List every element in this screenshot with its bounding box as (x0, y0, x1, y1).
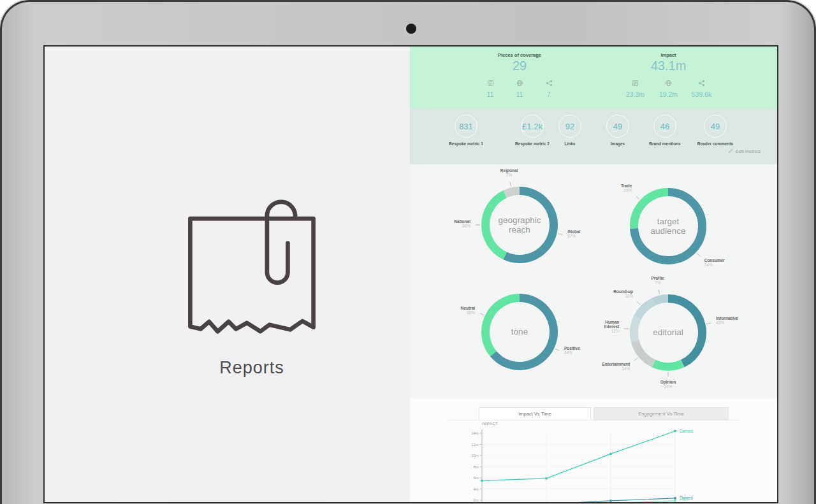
page: Reports Pieces of coverage 29 11117 Impa… (0, 0, 816, 504)
articles-icon (632, 78, 639, 89)
globe-icon (516, 78, 523, 89)
reports-panel: Reports (45, 47, 410, 502)
svg-text:Earned: Earned (680, 429, 693, 433)
svg-text:editorial: editorial (653, 328, 683, 337)
svg-text:Regional7%: Regional7% (500, 168, 518, 177)
metrics-strip: 831Bespoke metric 1£1.2kBespoke metric 2… (410, 108, 777, 164)
metric-value: £1.2k (521, 115, 544, 138)
svg-text:Neutral36%: Neutral36% (461, 306, 476, 315)
coverage-value: 29 (456, 59, 583, 73)
chart-tabs: Impact Vs Time Engagement Vs Time (479, 407, 729, 420)
metric-value: 92 (558, 115, 581, 138)
metric-value: 49 (606, 115, 629, 138)
time-chart-section: Impact Vs Time Engagement Vs Time 2m4m6m… (410, 398, 777, 502)
coverage-label: Pieces of coverage (456, 52, 583, 58)
svg-text:Informative43%: Informative43% (716, 316, 738, 325)
svg-text:geographicreach: geographicreach (499, 215, 541, 234)
editorial-chart: Informative43%Opinion14%Entertainment14%… (572, 275, 764, 390)
svg-text:12m: 12m (471, 443, 479, 447)
coverage-summary: Pieces of coverage 29 11117 (456, 52, 583, 98)
impact-label: Impact (600, 52, 737, 58)
metric-label: Reader comments (687, 141, 744, 146)
share-icon (546, 78, 553, 89)
laptop-frame: Reports Pieces of coverage 29 11117 Impa… (0, 0, 816, 504)
paperclip-note-icon (182, 182, 322, 346)
svg-text:Consumer74%: Consumer74% (704, 258, 725, 267)
metric-value: 49 (704, 115, 727, 138)
svg-text:Entertainment14%: Entertainment14% (602, 362, 630, 371)
impact-summary: Impact 43.1m 23.3m19.2m539.6k (600, 52, 737, 98)
svg-text:14m: 14m (471, 431, 479, 435)
breakdown-item: 19.2m (652, 78, 685, 98)
webcam (406, 24, 416, 34)
articles-icon (487, 78, 494, 89)
svg-text:Opinion14%: Opinion14% (660, 380, 676, 389)
breakdown-item: 23.3m (619, 78, 652, 98)
breakdown-value: 23.3m (619, 90, 652, 98)
breakdown-value: 11 (505, 90, 534, 98)
svg-text:Round-up11%: Round-up11% (613, 289, 633, 298)
breakdown-item: 539.6k (685, 78, 718, 98)
svg-text:Profile7%: Profile7% (651, 276, 664, 285)
svg-text:targetaudience: targetaudience (651, 217, 686, 236)
svg-text:HumanInterest11%: HumanInterest11% (604, 320, 620, 333)
svg-text:Trade26%: Trade26% (621, 184, 632, 192)
page-title: Reports (118, 358, 386, 378)
breakdown-value: 19.2m (652, 90, 685, 98)
metric-value: 46 (653, 115, 676, 138)
tab-engagement-vs-time[interactable]: Engagement Vs Time (594, 407, 729, 420)
breakdown-value: 539.6k (685, 90, 718, 98)
impact-vs-time-chart: 2m4m6m8m10m12m14mIMPACTEarnedOwnedPaid (410, 421, 777, 502)
breakdown-value: 11 (476, 90, 505, 98)
target-audience-chart: Consumer74%Trade26%targetaudience (572, 169, 764, 284)
svg-text:IMPACT: IMPACT (482, 422, 498, 426)
breakdown-item: 11 (476, 78, 505, 98)
metric-item: 831Bespoke metric 1 (437, 115, 495, 146)
screen: Reports Pieces of coverage 29 11117 Impa… (43, 45, 778, 503)
svg-text:2m: 2m (474, 498, 479, 502)
chart-card-divider (447, 420, 740, 421)
dashboard: Pieces of coverage 29 11117 Impact 43.1m… (410, 47, 777, 502)
share-icon (698, 78, 705, 89)
globe-icon (665, 78, 672, 89)
svg-text:8m: 8m (474, 465, 479, 469)
impact-value: 43.1m (600, 59, 737, 73)
donut-charts: Global57%National36%Regional7%geographic… (410, 164, 777, 398)
edit-metrics-button[interactable]: Edit metrics (728, 148, 761, 155)
svg-text:tone: tone (511, 327, 528, 336)
metric-label: Bespoke metric 1 (437, 141, 495, 146)
breakdown-item: 11 (505, 78, 534, 98)
breakdown-value: 7 (534, 90, 564, 98)
svg-text:Paid: Paid (680, 497, 688, 501)
pencil-icon (728, 148, 734, 155)
summary-header: Pieces of coverage 29 11117 Impact 43.1m… (410, 47, 777, 108)
svg-text:4m: 4m (474, 487, 479, 491)
coverage-breakdown: 11117 (456, 78, 583, 98)
metric-value: 831 (455, 115, 477, 138)
tab-impact-vs-time[interactable]: Impact Vs Time (479, 407, 591, 420)
metric-item: 46Brand mentions (636, 115, 694, 146)
metric-item: 49Reader comments (687, 115, 744, 146)
svg-text:National36%: National36% (454, 219, 470, 228)
metric-label: Brand mentions (636, 141, 694, 146)
svg-text:6m: 6m (474, 476, 479, 480)
svg-text:10m: 10m (471, 454, 479, 457)
edit-metrics-label: Edit metrics (736, 148, 761, 154)
breakdown-item: 7 (534, 78, 564, 98)
impact-breakdown: 23.3m19.2m539.6k (600, 78, 737, 98)
